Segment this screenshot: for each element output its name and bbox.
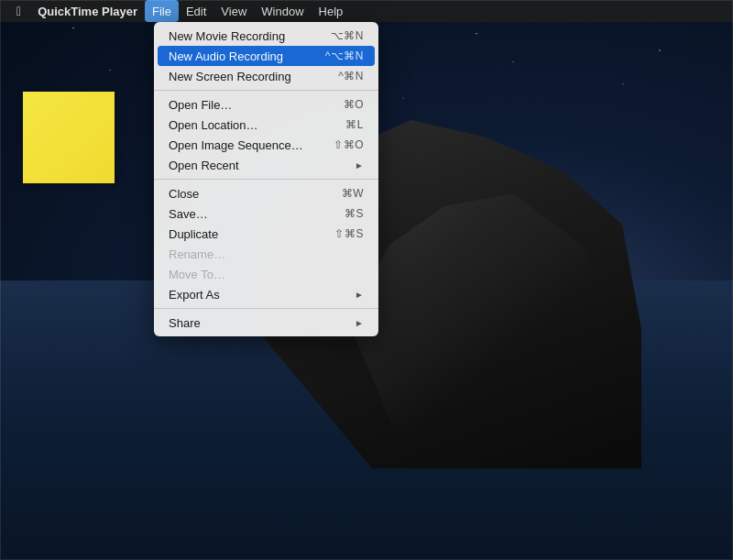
apple-menu[interactable]:  xyxy=(7,0,30,22)
sticky-note xyxy=(23,92,115,183)
app-name[interactable]: QuickTime Player xyxy=(30,0,145,22)
close-shortcut: ⌘W xyxy=(342,187,364,200)
duplicate-menu-item[interactable]: Duplicate ⇧⌘S xyxy=(154,224,378,244)
menu-bar:  QuickTime Player File Edit View Window… xyxy=(0,0,733,22)
close-label: Close xyxy=(169,187,342,201)
view-menu-trigger[interactable]: View xyxy=(213,0,254,22)
new-movie-label: New Movie Recording xyxy=(169,29,331,43)
duplicate-label: Duplicate xyxy=(169,227,334,241)
open-location[interactable]: Open Location… ⌘L xyxy=(154,115,378,135)
open-recent-arrow: ► xyxy=(355,160,364,170)
export-as-label: Export As xyxy=(169,288,355,302)
new-audio-label: New Audio Recording xyxy=(169,49,325,63)
help-menu-trigger[interactable]: Help xyxy=(312,0,351,22)
new-screen-label: New Screen Recording xyxy=(169,70,338,83)
open-image-seq-label: Open Image Sequence… xyxy=(169,138,334,152)
save-label: Save… xyxy=(169,207,345,221)
open-recent[interactable]: Open Recent ► xyxy=(154,155,378,175)
open-file[interactable]: Open File… ⌘O xyxy=(154,94,378,115)
open-file-label: Open File… xyxy=(169,98,344,112)
share-menu-item[interactable]: Share ► xyxy=(154,313,378,333)
file-menu-trigger[interactable]: File xyxy=(145,0,179,22)
save-menu-item[interactable]: Save… ⌘S xyxy=(154,203,378,224)
share-label: Share xyxy=(169,316,355,330)
move-to-label: Move To… xyxy=(169,268,364,281)
export-as-menu-item[interactable]: Export As ► xyxy=(154,284,378,304)
open-image-seq-shortcut: ⇧⌘O xyxy=(334,138,364,151)
duplicate-shortcut: ⇧⌘S xyxy=(334,227,364,240)
new-movie-shortcut: ⌥⌘N xyxy=(331,29,364,42)
separator-2 xyxy=(154,179,378,180)
separator-3 xyxy=(154,308,378,309)
rename-menu-item: Rename… xyxy=(154,244,378,264)
new-screen-recording[interactable]: New Screen Recording ^⌘N xyxy=(154,66,378,86)
open-image-sequence[interactable]: Open Image Sequence… ⇧⌘O xyxy=(154,135,378,155)
save-shortcut: ⌘S xyxy=(345,207,364,220)
export-as-arrow: ► xyxy=(355,290,364,300)
file-dropdown-menu: New Movie Recording ⌥⌘N New Audio Record… xyxy=(154,22,378,336)
edit-menu-trigger[interactable]: Edit xyxy=(179,0,213,22)
window-menu-trigger[interactable]: Window xyxy=(254,0,311,22)
open-file-shortcut: ⌘O xyxy=(344,98,364,111)
move-to-menu-item: Move To… xyxy=(154,264,378,284)
separator-1 xyxy=(154,90,378,91)
new-screen-shortcut: ^⌘N xyxy=(338,70,364,82)
open-recent-label: Open Recent xyxy=(169,159,355,172)
close-menu-item[interactable]: Close ⌘W xyxy=(154,183,378,203)
new-audio-shortcut: ^⌥⌘N xyxy=(325,49,364,62)
new-movie-recording[interactable]: New Movie Recording ⌥⌘N xyxy=(154,26,378,46)
new-audio-recording[interactable]: New Audio Recording ^⌥⌘N xyxy=(158,46,375,66)
rename-label: Rename… xyxy=(169,247,364,261)
open-location-shortcut: ⌘L xyxy=(345,118,364,131)
share-arrow: ► xyxy=(355,318,364,328)
open-location-label: Open Location… xyxy=(169,118,345,132)
